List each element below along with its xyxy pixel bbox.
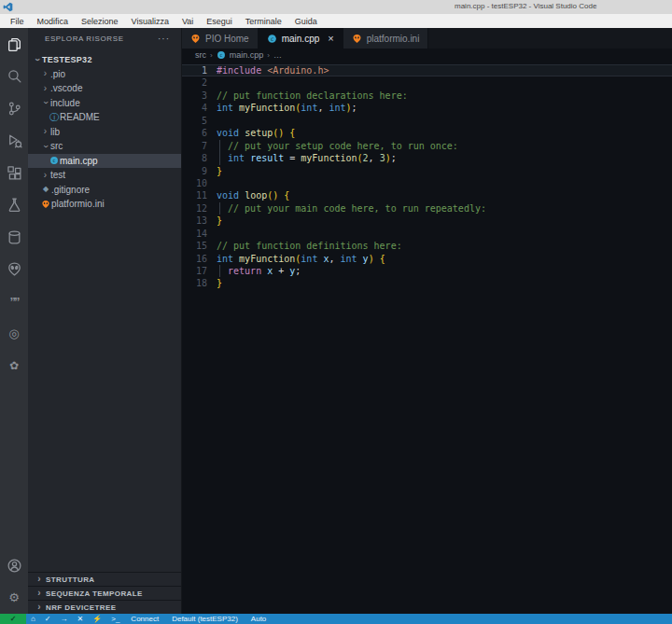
readme-file-icon: ⓘ — [49, 113, 60, 122]
tree-item-testesp32[interactable]: ›TESTESP32 — [28, 52, 181, 67]
code-line-14[interactable]: 14 — [182, 228, 672, 240]
code-line-15[interactable]: 15// put function definitions here: — [182, 240, 672, 252]
tree-item-include[interactable]: ›include — [28, 96, 181, 111]
svg-text:c: c — [219, 52, 222, 58]
breadcrumb-separator-icon: › — [267, 51, 270, 60]
breadcrumb-item[interactable]: main.cpp — [230, 50, 264, 60]
code-line-4[interactable]: 4int myFunction(int, int); — [182, 102, 672, 114]
explorer-icon[interactable] — [0, 28, 28, 61]
line-number: 8 — [182, 152, 217, 164]
tree-item-platformio-ini[interactable]: platformio.ini — [28, 197, 181, 212]
chevron-right-icon: › — [40, 127, 50, 136]
line-number: 1 — [182, 64, 217, 76]
code-line-9[interactable]: 9} — [182, 165, 672, 177]
explorer-sidebar: ESPLORA RISORSE ··· ›TESTESP32›.pio›.vsc… — [28, 28, 182, 614]
database-icon[interactable] — [0, 221, 28, 254]
chevron-down-icon: › — [41, 141, 50, 151]
tree-item-main-cpp[interactable]: cmain.cpp — [28, 154, 181, 169]
vscode-logo-icon — [3, 2, 13, 12]
tree-item-label: include — [50, 98, 80, 108]
code-line-2[interactable]: 2 — [182, 76, 672, 89]
section-sequenza-temporale[interactable]: ›SEQUENZA TEMPORALE — [28, 586, 181, 600]
menu-vai[interactable]: Vai — [175, 17, 200, 26]
status-item-connect[interactable]: Connect — [124, 615, 165, 623]
code-line-10[interactable]: 10 — [182, 177, 672, 189]
tree-item-test[interactable]: ›test — [28, 168, 181, 183]
tab-label: platformio.ini — [367, 34, 420, 44]
menu-modifica[interactable]: Modifica — [31, 17, 76, 26]
upload-icon[interactable]: → — [56, 616, 73, 623]
tree-item-readme[interactable]: ⓘREADME — [28, 110, 181, 125]
chevron-right-icon: › — [35, 575, 44, 584]
status-item-auto[interactable]: Auto — [245, 615, 273, 623]
code-text: } — [217, 165, 222, 177]
chevron-right-icon: › — [40, 171, 50, 180]
tree-item--vscode[interactable]: ›.vscode — [28, 81, 181, 96]
menu-esegui[interactable]: Esegui — [200, 17, 239, 26]
code-text: void loop() { — [217, 189, 289, 201]
more-actions-icon[interactable]: ··· — [158, 34, 170, 44]
breadcrumb-item[interactable]: src — [195, 50, 206, 60]
chevron-right-icon: › — [35, 603, 44, 612]
code-line-13[interactable]: 13} — [182, 215, 672, 227]
settings-icon[interactable]: ⚙ — [0, 582, 28, 615]
tree-item-src[interactable]: ›src — [28, 139, 181, 154]
code-line-1[interactable]: 1#include <Arduino.h> — [182, 64, 672, 76]
code-line-8[interactable]: 8int result = myFunction(2, 3); — [182, 152, 672, 164]
code-text: int myFunction(int, int); — [217, 102, 357, 114]
extensions-icon[interactable] — [0, 157, 28, 189]
section-struttura[interactable]: ›STRUTTURA — [28, 572, 181, 586]
breadcrumb[interactable]: src›cmain.cpp›… — [182, 49, 672, 62]
code-line-3[interactable]: 3// put function declarations here: — [182, 90, 672, 102]
code-line-12[interactable]: 12// put your main code here, to run rep… — [182, 202, 672, 215]
code-line-6[interactable]: 6void setup() { — [182, 127, 672, 139]
search-icon[interactable] — [0, 61, 28, 93]
run-debug-icon[interactable] — [0, 125, 28, 158]
build-icon[interactable]: ✓ — [40, 616, 56, 623]
test-flask-icon[interactable] — [0, 189, 28, 222]
line-number: 14 — [182, 228, 217, 240]
quotes-icon[interactable]: ”” — [0, 285, 28, 318]
section-nrf-devicetree[interactable]: ›NRF DEVICETREE — [28, 600, 181, 614]
line-number: 6 — [182, 127, 217, 139]
breadcrumb-item[interactable]: … — [273, 50, 282, 60]
flower-icon[interactable]: ✿ — [0, 350, 28, 382]
tab-platformio-ini[interactable]: platformio.ini — [343, 28, 429, 49]
chevron-down-icon: › — [33, 54, 42, 64]
activity-bar: ””◎✿⚙ — [0, 28, 28, 614]
clean-icon[interactable]: ✕ — [73, 616, 89, 623]
menu-file[interactable]: File — [4, 17, 31, 26]
platformio-icon[interactable] — [0, 254, 28, 286]
nrf-connect-icon[interactable]: ◎ — [0, 318, 28, 351]
tree-item-lib[interactable]: ›lib — [28, 125, 181, 140]
tab-main-cpp[interactable]: cmain.cpp× — [259, 28, 343, 49]
terminal-icon[interactable]: >_ — [106, 616, 124, 623]
code-line-5[interactable]: 5 — [182, 115, 672, 127]
line-number: 10 — [182, 177, 217, 189]
menu-selezione[interactable]: Selezione — [75, 17, 125, 26]
source-control-icon[interactable] — [0, 92, 28, 125]
code-line-11[interactable]: 11void loop() { — [182, 189, 672, 201]
serial-monitor-icon[interactable]: ⚡ — [88, 616, 106, 623]
code-line-7[interactable]: 7// put your setup code here, to run onc… — [182, 140, 672, 152]
code-line-18[interactable]: 18} — [182, 277, 672, 289]
menu-visualizza[interactable]: Visualizza — [125, 17, 175, 26]
tree-item--pio[interactable]: ›.pio — [28, 67, 181, 82]
line-number: 16 — [182, 253, 217, 265]
tree-item-label: lib — [50, 127, 60, 137]
status-item-default-testesp32-[interactable]: Default (testESP32) — [165, 615, 245, 623]
close-tab-icon[interactable]: × — [328, 34, 333, 44]
cpp-file-icon: c — [49, 156, 60, 165]
code-editor[interactable]: 1#include <Arduino.h>23// put function d… — [182, 62, 672, 614]
home-icon[interactable]: ⌂ — [26, 616, 40, 623]
menu-guida[interactable]: Guida — [288, 17, 324, 26]
account-icon[interactable] — [0, 549, 28, 582]
remote-indicator[interactable]: ✓ — [0, 614, 26, 624]
line-number: 13 — [182, 215, 217, 227]
menu-terminale[interactable]: Terminale — [239, 17, 288, 26]
code-line-17[interactable]: 17return x + y; — [182, 265, 672, 277]
code-line-16[interactable]: 16int myFunction(int x, int y) { — [182, 253, 672, 265]
tab-pio-home[interactable]: PIO Home — [182, 28, 259, 49]
tree-item--gitignore[interactable]: ◆.gitignore — [28, 183, 181, 198]
status-bar: ✓⌂✓→✕⚡>_ConnectDefault (testESP32)Auto — [0, 614, 672, 624]
